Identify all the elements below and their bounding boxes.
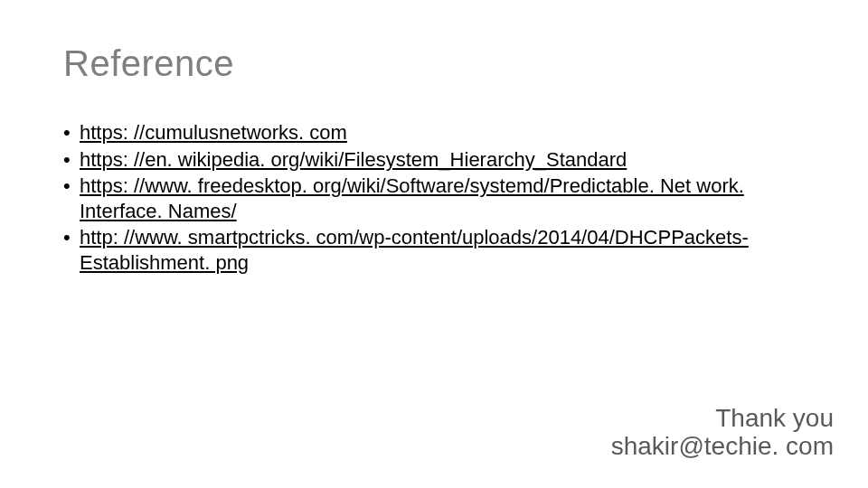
list-item: https: //cumulusnetworks. com [63, 120, 805, 145]
thank-you-text: Thank you [611, 405, 834, 433]
reference-link[interactable]: https: //en. wikipedia. org/wiki/Filesys… [80, 148, 627, 171]
contact-email: shakir@techie. com [611, 433, 834, 461]
list-item: http: //www. smartpctricks. com/wp-conte… [63, 225, 805, 275]
list-item: https: //www. freedesktop. org/wiki/Soft… [63, 174, 805, 223]
list-item: https: //en. wikipedia. org/wiki/Filesys… [63, 147, 805, 173]
slide-title: Reference [63, 43, 805, 84]
reference-link[interactable]: https: //www. freedesktop. org/wiki/Soft… [80, 174, 744, 222]
reference-list: https: //cumulusnetworks. com https: //e… [63, 120, 805, 275]
reference-link[interactable]: http: //www. smartpctricks. com/wp-conte… [80, 226, 749, 274]
footer: Thank you shakir@techie. com [611, 405, 834, 461]
slide: Reference https: //cumulusnetworks. com … [0, 0, 868, 488]
reference-link[interactable]: https: //cumulusnetworks. com [80, 121, 347, 144]
